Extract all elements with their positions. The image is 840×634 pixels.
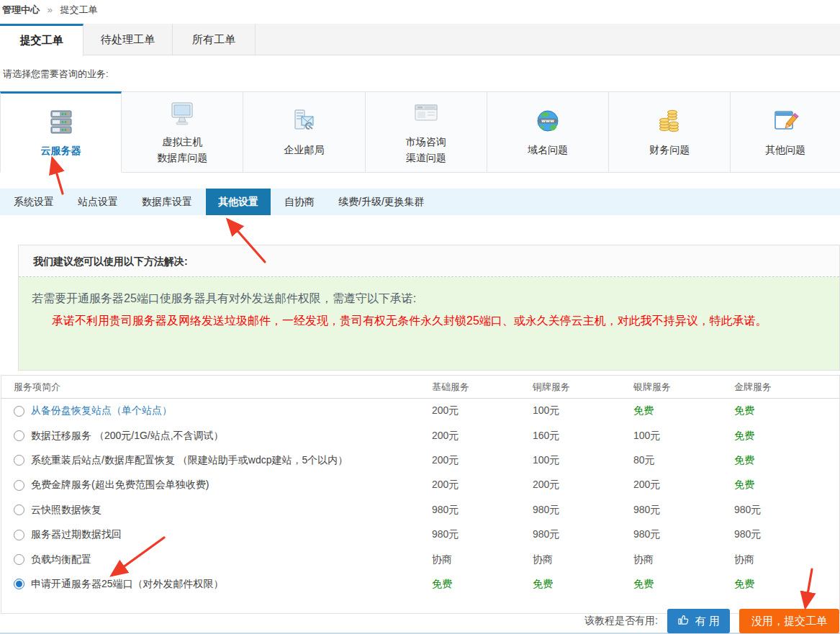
svg-text:www: www <box>541 118 554 124</box>
subtab-renew[interactable]: 续费/升级/更换集群 <box>328 189 435 215</box>
price-cell: 200元 <box>432 454 533 467</box>
subtab-negotiate[interactable]: 自协商 <box>274 189 325 215</box>
service-option[interactable]: 免费金牌服务(超出免费范围会单独收费) <box>1 479 432 492</box>
price-cell: 980元 <box>533 528 633 541</box>
service-radio[interactable] <box>14 406 24 417</box>
price-cell: 100元 <box>633 430 734 443</box>
service-radio[interactable] <box>14 455 24 466</box>
notice-panel: 若需要开通服务器25端口使服务器具有对外发送邮件权限，需遵守以下承诺: 承诺不利… <box>19 277 839 370</box>
category-vps-db[interactable]: 虚拟主机数据库问题 <box>122 91 243 173</box>
price-cell: 免费 <box>533 578 633 591</box>
subtab-database[interactable]: 数据库设置 <box>132 189 202 215</box>
subtab-system[interactable]: 系统设置 <box>4 189 64 215</box>
price-cell: 80元 <box>633 454 734 467</box>
service-name: 免费金牌服务(超出免费范围会单独收费) <box>31 479 209 492</box>
category-other[interactable]: 其他问题 <box>731 91 840 173</box>
price-cell: 980元 <box>432 528 533 541</box>
service-row: 云快照数据恢复980元980元980元980元 <box>1 498 839 522</box>
price-cell: 980元 <box>633 504 734 517</box>
price-cell: 200元 <box>533 479 633 492</box>
service-option[interactable]: 数据迁移服务 （200元/1G/站点,不含调试） <box>1 430 432 443</box>
price-table: 服务项简介基础服务铜牌服务银牌服务金牌服务 从备份盘恢复站点（单个站点）200元… <box>1 375 840 614</box>
service-option[interactable]: 系统重装后站点/数据库配置恢复 （限建站助手或wdcp建站，5个以内） <box>1 454 432 467</box>
subtab-site[interactable]: 站点设置 <box>68 189 128 215</box>
service-name[interactable]: 从备份盘恢复站点（单个站点） <box>31 404 172 417</box>
price-cell: 100元 <box>533 404 633 417</box>
notice-warning-text: 承诺不利用贵司服务器及网络发送垃圾邮件，一经发现，贵司有权无条件永久封锁25端口… <box>32 309 826 332</box>
service-categories: 云服务器虚拟主机数据库问题企业邮局市场咨询渠道问题www域名问题财务问题其他问题 <box>0 91 840 173</box>
subtab-other[interactable]: 其他设置 <box>206 189 271 215</box>
service-name: 服务器过期数据找回 <box>31 528 122 541</box>
category-mail[interactable]: 企业邮局 <box>243 91 365 173</box>
mail-server-icon <box>288 107 321 137</box>
service-option[interactable]: 负载均衡配置 <box>1 553 432 566</box>
feedback-bar: 该教程是否有用: 有 用 没用，提交工单 <box>584 609 839 633</box>
service-radio[interactable] <box>14 554 24 565</box>
server-icon <box>45 108 78 138</box>
price-cell: 免费 <box>633 404 734 417</box>
service-row: 负载均衡配置协商协商协商协商 <box>1 547 839 571</box>
breadcrumb-root[interactable]: 管理中心 <box>2 4 40 15</box>
service-name: 云快照数据恢复 <box>31 504 101 517</box>
service-radio[interactable] <box>14 504 24 515</box>
browser-icon <box>410 99 443 130</box>
price-cell: 200元 <box>432 479 533 492</box>
price-cell: 免费 <box>432 578 533 591</box>
breadcrumb: 管理中心 » 提交工单 <box>2 4 97 17</box>
price-cell: 协商 <box>432 553 533 566</box>
service-row: 服务器过期数据找回980元980元980元980元 <box>1 522 839 547</box>
category-label: 其他问题 <box>765 142 805 158</box>
price-cell: 免费 <box>734 479 835 492</box>
tabbar-filler <box>256 24 840 55</box>
price-cell: 980元 <box>432 504 533 517</box>
price-cell: 160元 <box>533 430 633 443</box>
service-row: 系统重装后站点/数据库配置恢复 （限建站助手或wdcp建站，5个以内）200元1… <box>1 448 839 473</box>
category-market[interactable]: 市场咨询渠道问题 <box>366 91 487 173</box>
selected-service-row: 申请开通服务器25端口（对外发邮件权限）免费免费免费免费 <box>1 572 839 597</box>
service-radio[interactable] <box>14 579 24 589</box>
tab-pending[interactable]: 待处理工单 <box>83 24 173 55</box>
column-header: 基础服务 <box>432 381 533 394</box>
feedback-question: 该教程是否有用: <box>584 615 658 628</box>
subtabs: 系统设置站点设置数据库设置其他设置自协商续费/升级/更换集群 <box>0 189 840 215</box>
submit-ticket-button[interactable]: 没用，提交工单 <box>739 609 839 633</box>
tab-all[interactable]: 所有工单 <box>173 24 256 55</box>
service-option[interactable]: 云快照数据恢复 <box>1 504 432 517</box>
price-cell: 协商 <box>633 553 734 566</box>
globe-icon: www <box>531 107 564 137</box>
price-cell: 200元 <box>633 479 734 492</box>
service-option[interactable]: 申请开通服务器25端口（对外发邮件权限） <box>1 578 432 591</box>
service-radio[interactable] <box>14 480 24 491</box>
breadcrumb-separator-icon: » <box>48 4 53 15</box>
service-option[interactable]: 从备份盘恢复站点（单个站点） <box>1 404 432 417</box>
service-name: 负载均衡配置 <box>31 553 91 566</box>
suggestion-title: 我们建议您可以使用以下方法解决: <box>19 245 839 277</box>
column-header: 铜牌服务 <box>533 381 633 394</box>
category-label: 财务问题 <box>649 142 690 158</box>
category-domain[interactable]: www域名问题 <box>487 91 609 173</box>
category-label: 市场咨询渠道问题 <box>406 134 446 166</box>
submit-ticket-button-label: 没用，提交工单 <box>751 615 827 628</box>
service-option[interactable]: 服务器过期数据找回 <box>1 528 432 541</box>
price-cell: 980元 <box>633 528 734 541</box>
column-header: 银牌服务 <box>633 381 734 394</box>
service-row: 免费金牌服务(超出免费范围会单独收费)200元200元200元免费 <box>1 473 839 497</box>
price-cell: 980元 <box>533 504 633 517</box>
category-cloud-server[interactable]: 云服务器 <box>0 91 122 173</box>
category-finance[interactable]: 财务问题 <box>609 91 731 173</box>
service-row: 数据迁移服务 （200元/1G/站点,不含调试）200元160元100元免费 <box>1 423 839 448</box>
useful-button[interactable]: 有 用 <box>667 609 730 633</box>
breadcrumb-current: 提交工单 <box>60 4 97 15</box>
service-name: 系统重装后站点/数据库配置恢复 （限建站助手或wdcp建站，5个以内） <box>31 454 348 467</box>
service-row: 从备份盘恢复站点（单个站点）200元100元免费免费 <box>1 399 839 423</box>
service-radio[interactable] <box>14 530 24 540</box>
tab-submit[interactable]: 提交工单 <box>0 24 83 56</box>
price-cell: 免费 <box>734 430 835 443</box>
service-radio[interactable] <box>14 430 24 441</box>
price-cell: 免费 <box>734 454 835 467</box>
price-cell: 200元 <box>432 404 533 417</box>
service-name: 数据迁移服务 （200元/1G/站点,不含调试） <box>31 430 224 443</box>
tabbar: 提交工单待处理工单所有工单 <box>0 24 840 55</box>
service-name: 申请开通服务器25端口（对外发邮件权限） <box>31 578 224 591</box>
thumbs-up-icon <box>677 614 690 628</box>
